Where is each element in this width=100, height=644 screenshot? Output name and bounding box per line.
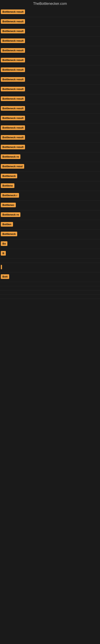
list-item: Bottleneck result bbox=[0, 123, 100, 133]
bottleneck-result-badge[interactable]: Bo bbox=[1, 241, 7, 246]
list-item bbox=[0, 282, 100, 286]
list-item bbox=[0, 263, 100, 272]
bottleneck-result-badge[interactable]: Bottleneck result bbox=[1, 126, 25, 130]
bottleneck-result-badge[interactable]: B bbox=[1, 251, 6, 256]
list-item: Bottlene bbox=[0, 181, 100, 191]
list-item: Bottleneck result bbox=[0, 85, 100, 94]
list-item: Bottleneck result bbox=[0, 8, 100, 17]
list-item: Bottleneck result bbox=[0, 104, 100, 114]
site-title-bar: TheBottlenecker.com bbox=[0, 0, 100, 8]
bottleneck-result-badge[interactable]: Bottleneck re bbox=[1, 212, 20, 217]
bottleneck-result-badge[interactable]: Bottleneck result bbox=[1, 135, 25, 140]
list-item: Bottleneck result bbox=[0, 143, 100, 152]
bottleneck-result-badge[interactable]: Bottleneck result bbox=[1, 116, 25, 120]
bottleneck-result-badge[interactable]: Bottleneck resul bbox=[1, 164, 24, 169]
list-item: Bottleneck result bbox=[0, 46, 100, 56]
list-item: Bottleneck bbox=[0, 230, 100, 239]
list-item: Bottleneck result bbox=[0, 36, 100, 46]
bottleneck-result-badge[interactable]: Bottleneck result bbox=[1, 29, 25, 34]
bottleneck-result-badge[interactable]: Bottleneck result bbox=[1, 106, 25, 111]
list-item: Bottleneck re bbox=[0, 152, 100, 162]
bottleneck-result-badge[interactable]: Bott bbox=[1, 274, 9, 279]
list-item: Bottleneck result bbox=[0, 66, 100, 75]
list-item: Bottleneck resul bbox=[0, 162, 100, 172]
list-item: B bbox=[0, 249, 100, 258]
list-item: Bottlen bbox=[0, 220, 100, 230]
list-item: Bottleneck r bbox=[0, 191, 100, 201]
bottleneck-result-badge[interactable]: Bottleneck result bbox=[1, 19, 25, 24]
bottleneck-result-badge[interactable]: Bottleneck result bbox=[1, 96, 25, 101]
bottleneck-result-badge[interactable]: Bottleneck result bbox=[1, 77, 25, 82]
list-item: Bottleneck bbox=[0, 172, 100, 181]
list-item: Bottleneck result bbox=[0, 56, 100, 66]
list-item bbox=[0, 295, 100, 299]
bottleneck-result-badge[interactable]: Bottleneck bbox=[1, 174, 17, 178]
list-item: Bott bbox=[0, 272, 100, 282]
bottleneck-result-badge[interactable]: Bottleneck result bbox=[1, 38, 25, 43]
list-item: Bottleneck result bbox=[0, 133, 100, 143]
list-item bbox=[0, 258, 100, 263]
list-item: Bo bbox=[0, 239, 100, 249]
bottleneck-result-badge[interactable]: Bottleneck result bbox=[1, 145, 25, 149]
bottleneck-result-badge[interactable]: Bottleneck result bbox=[1, 48, 25, 53]
rows-container: Bottleneck resultBottleneck resultBottle… bbox=[0, 8, 100, 299]
bottleneck-result-badge[interactable]: Bottleneck bbox=[1, 232, 17, 236]
list-item: Bottlenec bbox=[0, 201, 100, 210]
bottleneck-result-badge bbox=[1, 265, 2, 269]
bottleneck-result-badge[interactable]: Bottleneck re bbox=[1, 154, 20, 159]
list-item: Bottleneck result bbox=[0, 75, 100, 85]
bottleneck-result-badge[interactable]: Bottlenec bbox=[1, 203, 16, 207]
list-item bbox=[0, 286, 100, 290]
bottleneck-result-badge[interactable]: Bottleneck result bbox=[1, 58, 25, 62]
bottleneck-result-badge[interactable]: Bottleneck result bbox=[1, 87, 25, 91]
list-item: Bottleneck re bbox=[0, 210, 100, 220]
bottleneck-result-badge[interactable]: Bottleneck r bbox=[1, 193, 19, 198]
list-item: Bottleneck result bbox=[0, 114, 100, 123]
list-item bbox=[0, 290, 100, 295]
bottleneck-result-badge[interactable]: Bottlene bbox=[1, 183, 14, 188]
bottleneck-result-badge[interactable]: Bottleneck result bbox=[1, 10, 25, 14]
site-title: TheBottlenecker.com bbox=[0, 0, 100, 8]
bottleneck-result-badge[interactable]: Bottleneck result bbox=[1, 68, 25, 72]
list-item: Bottleneck result bbox=[0, 94, 100, 104]
list-item: Bottleneck result bbox=[0, 27, 100, 36]
list-item: Bottleneck result bbox=[0, 17, 100, 27]
bottleneck-result-badge[interactable]: Bottlen bbox=[1, 222, 13, 226]
